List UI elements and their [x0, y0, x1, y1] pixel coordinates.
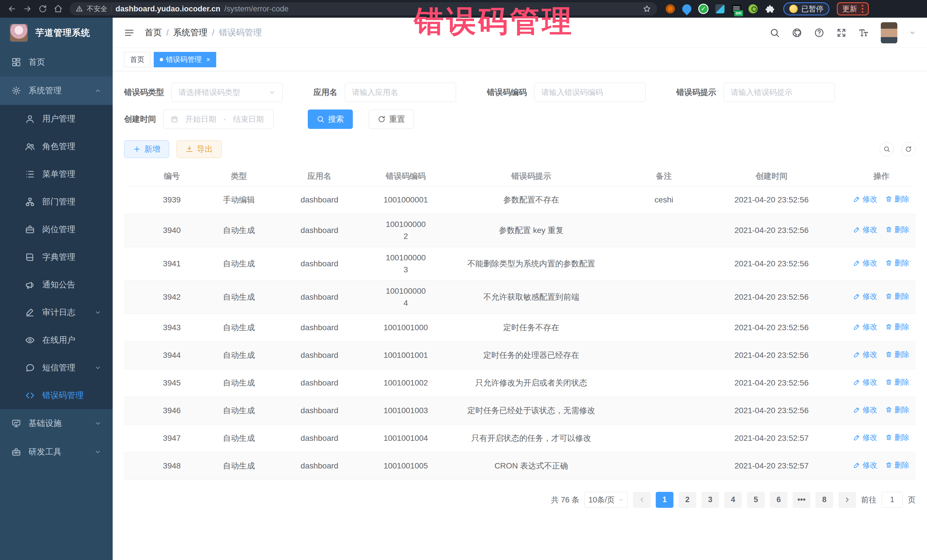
error-type-select[interactable]: 请选择错误码类型	[172, 83, 283, 102]
fullscreen-icon[interactable]	[836, 28, 846, 38]
avatar-caret-icon[interactable]	[909, 30, 916, 36]
extension-tampermonkey-icon[interactable]: on	[731, 4, 742, 14]
reset-button[interactable]: 重置	[369, 109, 414, 129]
edit-link[interactable]: 修改	[853, 321, 877, 332]
goto-page-input[interactable]	[881, 492, 903, 508]
error-msg-input[interactable]	[731, 88, 828, 97]
delete-link[interactable]: 删除	[885, 258, 909, 269]
sidebar-item-字典管理[interactable]: 字典管理	[0, 243, 112, 271]
delete-link[interactable]: 删除	[885, 349, 909, 360]
page-button-5[interactable]: 5	[747, 492, 765, 508]
edit-link[interactable]: 修改	[853, 224, 877, 235]
delete-link[interactable]: 删除	[885, 194, 909, 205]
extension-location-icon[interactable]	[682, 4, 692, 14]
page-size-select[interactable]: 10条/页	[584, 492, 628, 508]
extension-key-icon[interactable]	[748, 4, 758, 14]
delete-link[interactable]: 删除	[885, 404, 909, 416]
edit-link[interactable]: 修改	[853, 291, 877, 302]
sidebar-item-label: 用户管理	[42, 113, 101, 124]
sidebar-item-审计日志[interactable]: 审计日志	[0, 299, 112, 326]
sidebar-item-基础设施[interactable]: 基础设施	[0, 409, 112, 438]
sidebar-item-错误码管理[interactable]: 错误码管理	[0, 381, 112, 409]
app-name-input[interactable]	[352, 88, 449, 97]
github-icon[interactable]	[792, 28, 802, 38]
delete-link[interactable]: 删除	[885, 291, 909, 302]
more-pages-button[interactable]: •••	[793, 492, 810, 508]
page-button-6[interactable]: 6	[770, 492, 787, 508]
breadcrumb-item[interactable]: 首页	[144, 27, 162, 38]
help-icon[interactable]	[814, 28, 824, 38]
tab-错误码管理[interactable]: 错误码管理×	[154, 52, 216, 67]
prev-page-button[interactable]	[633, 492, 650, 508]
browser-menu-icon[interactable]	[862, 5, 863, 13]
error-code-input[interactable]	[541, 88, 638, 97]
page-button-2[interactable]: 2	[679, 492, 696, 508]
edit-link[interactable]: 修改	[853, 432, 877, 443]
sidebar-item-部门管理[interactable]: 部门管理	[0, 188, 112, 216]
user-avatar[interactable]	[881, 22, 897, 43]
header-search-icon[interactable]	[769, 28, 780, 38]
extension-orange-icon[interactable]	[665, 4, 675, 14]
megaphone-icon	[25, 280, 35, 290]
address-bar[interactable]: 不安全 dashboard.yudao.iocoder.cn/system/er…	[70, 2, 657, 15]
tab-首页[interactable]: 首页	[124, 52, 150, 67]
sidebar-item-角色管理[interactable]: 角色管理	[0, 133, 112, 160]
breadcrumb-item: 错误码管理	[219, 27, 262, 38]
edit-link[interactable]: 修改	[853, 460, 877, 471]
logo-row[interactable]: 芋道管理系统	[0, 18, 112, 48]
sidebar-item-首页[interactable]: 首页	[0, 48, 112, 76]
trash-icon	[885, 293, 892, 300]
toggle-search-button[interactable]	[880, 142, 894, 156]
bookmark-star-icon[interactable]	[643, 5, 651, 13]
browser-forward-icon[interactable]	[21, 3, 33, 15]
sidebar-item-短信管理[interactable]: 短信管理	[0, 354, 112, 381]
delete-link[interactable]: 删除	[885, 460, 909, 471]
edit-link[interactable]: 修改	[853, 404, 877, 416]
refresh-table-button[interactable]	[901, 142, 916, 156]
table-cell: 2021-04-20 23:52:57	[696, 424, 847, 452]
font-size-icon[interactable]	[859, 28, 869, 38]
add-button[interactable]: 新增	[124, 140, 169, 158]
edit-link[interactable]: 修改	[853, 194, 877, 205]
delete-link[interactable]: 删除	[885, 377, 909, 388]
sidebar-item-岗位管理[interactable]: 岗位管理	[0, 216, 112, 243]
sidebar-item-研发工具[interactable]: 研发工具	[0, 438, 112, 466]
page-button-3[interactable]: 3	[701, 492, 719, 508]
table-cell: 2021-04-20 23:52:57	[696, 452, 847, 480]
chevron-down-icon	[94, 309, 101, 316]
browser-update-button[interactable]: 更新	[837, 2, 869, 15]
search-button[interactable]: 搜索	[308, 109, 353, 129]
page-button-8[interactable]: 8	[816, 492, 833, 508]
browser-reload-icon[interactable]	[36, 3, 49, 15]
delete-link[interactable]: 删除	[885, 432, 909, 443]
browser-back-icon[interactable]	[6, 3, 18, 15]
extension-grid-icon[interactable]	[715, 4, 725, 14]
browser-home-icon[interactable]	[52, 3, 64, 15]
export-button[interactable]: 导出	[176, 140, 222, 158]
sidebar-item-菜单管理[interactable]: 菜单管理	[0, 160, 112, 188]
sidebar-item-通知公告[interactable]: 通知公告	[0, 271, 112, 299]
page-button-4[interactable]: 4	[724, 492, 742, 508]
edit-link[interactable]: 修改	[853, 258, 877, 269]
breadcrumb-item[interactable]: 系统管理	[173, 27, 207, 38]
header-actions	[769, 22, 916, 43]
next-page-button[interactable]	[838, 492, 856, 508]
delete-link[interactable]: 删除	[885, 321, 909, 332]
pagination: 共 76 条 10条/页 123456•••8 前往 页	[124, 492, 916, 508]
sidebar-item-在线用户[interactable]: 在线用户	[0, 326, 112, 354]
collapse-sidebar-icon[interactable]	[124, 28, 134, 38]
date-range-picker[interactable]: 开始日期 - 结束日期	[163, 109, 274, 129]
close-tab-icon[interactable]: ×	[206, 56, 210, 64]
sidebar-item-用户管理[interactable]: 用户管理	[0, 105, 112, 133]
sidebar-item-系统管理[interactable]: 系统管理	[0, 76, 112, 105]
table-row: 3944自动生成dashboard1001001001定时任务的处理器已经存在2…	[124, 341, 916, 369]
page-button-1[interactable]: 1	[656, 492, 673, 508]
profile-paused-badge[interactable]: 已暂停	[783, 2, 830, 15]
extensions-puzzle-icon[interactable]	[764, 4, 775, 14]
extension-green-check-icon[interactable]: ✓	[698, 4, 708, 14]
edit-link[interactable]: 修改	[853, 377, 877, 388]
delete-link[interactable]: 删除	[885, 224, 909, 235]
edit-link[interactable]: 修改	[853, 349, 877, 360]
breadcrumb-separator: /	[212, 28, 214, 38]
table-cell: 3939	[124, 186, 220, 214]
